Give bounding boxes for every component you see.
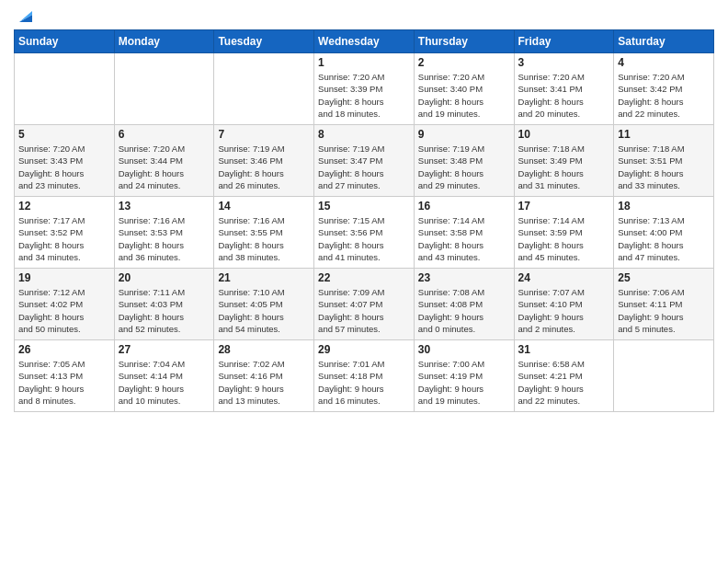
day-cell: 13Sunrise: 7:16 AM Sunset: 3:53 PM Dayli… (114, 197, 214, 269)
day-number: 2 (418, 56, 510, 69)
day-info: Sunrise: 7:14 AM Sunset: 3:58 PM Dayligh… (418, 214, 510, 263)
week-row-2: 5Sunrise: 7:20 AM Sunset: 3:43 PM Daylig… (15, 125, 714, 197)
day-number: 18 (618, 200, 710, 213)
day-info: Sunrise: 7:07 AM Sunset: 4:10 PM Dayligh… (518, 286, 610, 335)
day-number: 15 (318, 200, 410, 213)
day-number: 21 (218, 271, 310, 284)
weekday-header-wednesday: Wednesday (314, 30, 415, 53)
day-info: Sunrise: 7:20 AM Sunset: 3:39 PM Dayligh… (318, 71, 410, 120)
weekday-header-tuesday: Tuesday (214, 30, 314, 53)
day-number: 6 (119, 128, 210, 141)
day-number: 23 (418, 271, 510, 284)
day-cell: 16Sunrise: 7:14 AM Sunset: 3:58 PM Dayli… (414, 197, 514, 269)
day-cell: 21Sunrise: 7:10 AM Sunset: 4:05 PM Dayli… (214, 269, 314, 340)
day-cell: 17Sunrise: 7:14 AM Sunset: 3:59 PM Dayli… (514, 197, 614, 269)
day-info: Sunrise: 7:20 AM Sunset: 3:40 PM Dayligh… (418, 71, 510, 120)
weekday-header-saturday: Saturday (614, 30, 714, 53)
week-row-1: 1Sunrise: 7:20 AM Sunset: 3:39 PM Daylig… (15, 53, 714, 125)
weekday-header-sunday: Sunday (15, 30, 115, 53)
day-info: Sunrise: 7:09 AM Sunset: 4:07 PM Dayligh… (318, 286, 410, 335)
day-number: 3 (518, 56, 610, 69)
day-number: 26 (18, 343, 110, 356)
day-number: 29 (318, 343, 410, 356)
day-cell: 7Sunrise: 7:19 AM Sunset: 3:46 PM Daylig… (214, 125, 314, 197)
day-info: Sunrise: 7:02 AM Sunset: 4:16 PM Dayligh… (218, 358, 310, 407)
day-cell: 5Sunrise: 7:20 AM Sunset: 3:43 PM Daylig… (15, 125, 115, 197)
weekday-header-friday: Friday (514, 30, 614, 53)
day-cell: 8Sunrise: 7:19 AM Sunset: 3:47 PM Daylig… (314, 125, 415, 197)
day-number: 1 (318, 56, 410, 69)
day-cell: 6Sunrise: 7:20 AM Sunset: 3:44 PM Daylig… (114, 125, 214, 197)
logo (14, 9, 36, 22)
calendar-table: SundayMondayTuesdayWednesdayThursdayFrid… (14, 29, 714, 412)
day-info: Sunrise: 7:16 AM Sunset: 3:55 PM Dayligh… (218, 214, 310, 263)
day-cell (214, 53, 314, 125)
day-cell: 1Sunrise: 7:20 AM Sunset: 3:39 PM Daylig… (314, 53, 415, 125)
day-number: 25 (618, 271, 710, 284)
day-cell: 20Sunrise: 7:11 AM Sunset: 4:03 PM Dayli… (114, 269, 214, 340)
day-cell: 28Sunrise: 7:02 AM Sunset: 4:16 PM Dayli… (214, 340, 314, 412)
day-number: 9 (418, 128, 510, 141)
day-cell: 19Sunrise: 7:12 AM Sunset: 4:02 PM Dayli… (15, 269, 115, 340)
day-cell: 12Sunrise: 7:17 AM Sunset: 3:52 PM Dayli… (15, 197, 115, 269)
day-cell: 25Sunrise: 7:06 AM Sunset: 4:11 PM Dayli… (614, 269, 714, 340)
day-info: Sunrise: 7:18 AM Sunset: 3:49 PM Dayligh… (518, 143, 610, 191)
day-number: 22 (318, 271, 410, 284)
day-number: 30 (418, 343, 510, 356)
day-info: Sunrise: 7:11 AM Sunset: 4:03 PM Dayligh… (119, 286, 210, 335)
day-info: Sunrise: 7:05 AM Sunset: 4:13 PM Dayligh… (18, 358, 110, 407)
weekday-header-thursday: Thursday (414, 30, 514, 53)
day-info: Sunrise: 7:17 AM Sunset: 3:52 PM Dayligh… (18, 214, 110, 263)
day-number: 7 (218, 128, 310, 141)
day-cell: 30Sunrise: 7:00 AM Sunset: 4:19 PM Dayli… (414, 340, 514, 412)
header (14, 9, 714, 22)
day-info: Sunrise: 7:20 AM Sunset: 3:43 PM Dayligh… (18, 143, 110, 191)
day-cell: 14Sunrise: 7:16 AM Sunset: 3:55 PM Dayli… (214, 197, 314, 269)
day-info: Sunrise: 7:19 AM Sunset: 3:48 PM Dayligh… (418, 143, 510, 191)
day-cell: 11Sunrise: 7:18 AM Sunset: 3:51 PM Dayli… (614, 125, 714, 197)
day-cell: 3Sunrise: 7:20 AM Sunset: 3:41 PM Daylig… (514, 53, 614, 125)
day-cell: 4Sunrise: 7:20 AM Sunset: 3:42 PM Daylig… (614, 53, 714, 125)
day-number: 12 (18, 200, 110, 213)
day-cell (15, 53, 115, 125)
day-cell: 10Sunrise: 7:18 AM Sunset: 3:49 PM Dayli… (514, 125, 614, 197)
day-number: 5 (18, 128, 110, 141)
day-info: Sunrise: 7:14 AM Sunset: 3:59 PM Dayligh… (518, 214, 610, 263)
day-number: 10 (518, 128, 610, 141)
week-row-3: 12Sunrise: 7:17 AM Sunset: 3:52 PM Dayli… (15, 197, 714, 269)
day-number: 11 (618, 128, 710, 141)
day-cell: 15Sunrise: 7:15 AM Sunset: 3:56 PM Dayli… (314, 197, 415, 269)
day-number: 17 (518, 200, 610, 213)
main-container: SundayMondayTuesdayWednesdayThursdayFrid… (0, 0, 728, 417)
logo-icon (16, 6, 36, 26)
day-info: Sunrise: 7:13 AM Sunset: 4:00 PM Dayligh… (618, 214, 710, 263)
day-info: Sunrise: 7:20 AM Sunset: 3:44 PM Dayligh… (119, 143, 210, 191)
day-info: Sunrise: 7:00 AM Sunset: 4:19 PM Dayligh… (418, 358, 510, 407)
day-info: Sunrise: 7:08 AM Sunset: 4:08 PM Dayligh… (418, 286, 510, 335)
day-info: Sunrise: 7:20 AM Sunset: 3:41 PM Dayligh… (518, 71, 610, 120)
day-number: 27 (119, 343, 210, 356)
day-number: 4 (618, 56, 710, 69)
day-info: Sunrise: 7:16 AM Sunset: 3:53 PM Dayligh… (119, 214, 210, 263)
day-info: Sunrise: 7:19 AM Sunset: 3:47 PM Dayligh… (318, 143, 410, 191)
day-number: 14 (218, 200, 310, 213)
day-cell: 23Sunrise: 7:08 AM Sunset: 4:08 PM Dayli… (414, 269, 514, 340)
day-cell: 22Sunrise: 7:09 AM Sunset: 4:07 PM Dayli… (314, 269, 415, 340)
day-info: Sunrise: 7:12 AM Sunset: 4:02 PM Dayligh… (18, 286, 110, 335)
day-number: 24 (518, 271, 610, 284)
day-number: 13 (119, 200, 210, 213)
day-number: 16 (418, 200, 510, 213)
day-info: Sunrise: 7:19 AM Sunset: 3:46 PM Dayligh… (218, 143, 310, 191)
day-info: Sunrise: 7:01 AM Sunset: 4:18 PM Dayligh… (318, 358, 410, 407)
day-number: 31 (518, 343, 610, 356)
day-cell: 2Sunrise: 7:20 AM Sunset: 3:40 PM Daylig… (414, 53, 514, 125)
day-info: Sunrise: 7:15 AM Sunset: 3:56 PM Dayligh… (318, 214, 410, 263)
day-number: 19 (18, 271, 110, 284)
week-row-4: 19Sunrise: 7:12 AM Sunset: 4:02 PM Dayli… (15, 269, 714, 340)
day-cell (614, 340, 714, 412)
day-info: Sunrise: 7:04 AM Sunset: 4:14 PM Dayligh… (119, 358, 210, 407)
day-number: 20 (119, 271, 210, 284)
day-cell: 18Sunrise: 7:13 AM Sunset: 4:00 PM Dayli… (614, 197, 714, 269)
day-info: Sunrise: 7:10 AM Sunset: 4:05 PM Dayligh… (218, 286, 310, 335)
day-cell: 29Sunrise: 7:01 AM Sunset: 4:18 PM Dayli… (314, 340, 415, 412)
